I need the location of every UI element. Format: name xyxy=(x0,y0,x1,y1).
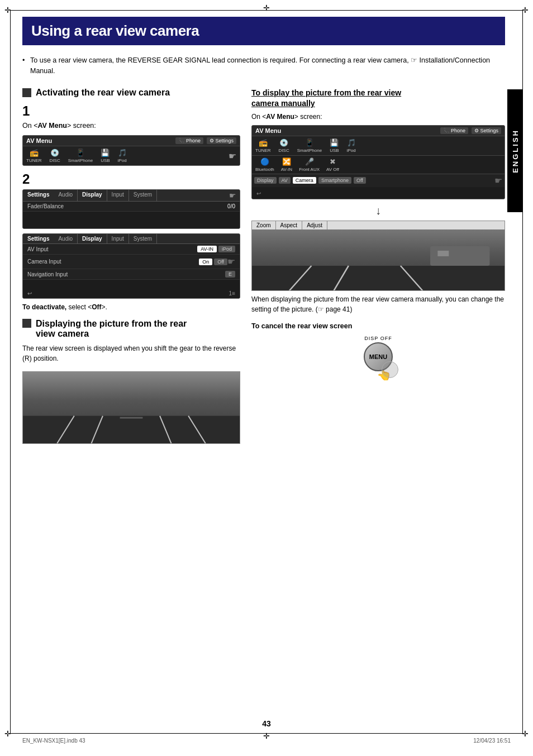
smartphone-mode-btn[interactable]: Smartphone xyxy=(318,177,351,184)
settings-tab-audio: Audio xyxy=(54,190,78,201)
deactivate-note: To deactivate, select <Off>. xyxy=(22,303,240,311)
settings-title-2: Settings xyxy=(23,234,54,243)
av-screen-row2-right: 🔵 Bluetooth 🔀 AV-IN 🎤 Front AUX ✖ AV Off xyxy=(252,155,505,174)
menu-button-wrap: DISP OFF MENU 👆 xyxy=(251,336,505,381)
phone-btn-1: 📞 Phone xyxy=(175,137,203,144)
right-column: To display the picture from the rear vie… xyxy=(251,88,505,444)
av-in-btn[interactable]: AV-IN xyxy=(197,246,217,252)
main-content: Using a rear view camera To use a rear v… xyxy=(22,17,505,444)
displaying-section-heading: Displaying the picture from the rearview… xyxy=(22,319,240,339)
av-r-av-in: 🔀 AV-IN xyxy=(281,157,292,172)
settings-tab2-audio: Audio xyxy=(54,234,78,243)
aspect-btn[interactable]: Aspect xyxy=(276,221,303,229)
reg-mark-left-bottom: ✛ xyxy=(3,729,12,738)
english-tab: ENGLISH xyxy=(507,89,523,212)
settings-footer-2: ↩ 1≡ xyxy=(23,289,240,298)
on-av-menu-right: On <AV Menu> screen: xyxy=(251,113,505,121)
fader-balance-row: Fader/Balance 0/0 xyxy=(23,202,240,212)
touch-finger-icon: ☛ xyxy=(227,256,235,267)
settings-tab2-display: Display xyxy=(78,234,107,243)
av-r-front-aux: 🎤 Front AUX xyxy=(299,157,320,172)
av-screen-icons-right: 📻 TUNER 💿 DISC 📱 SmartPhone 💾 USB xyxy=(252,136,505,155)
av-menu-screen-1: AV Menu 📞 Phone ⚙ Settings 📻 TUNER 💿 DIS… xyxy=(22,135,240,166)
display-mode-row: Display AV Camera Smartphone Off ☛ xyxy=(252,174,505,187)
av-screen-controls-right: 📞 Phone ⚙ Settings xyxy=(440,127,501,134)
settings-title-1: Settings xyxy=(23,190,54,201)
navigation-input-label: Navigation Input xyxy=(27,271,223,277)
footer-file-info: EN_KW-NSX1[E].indb 43 xyxy=(22,738,85,744)
footer-date-info: 12/04/23 16:51 xyxy=(473,738,511,744)
display-manually-heading: To display the picture from the rear vie… xyxy=(251,88,505,109)
camera-input-row: Camera Input On Off ☛ xyxy=(23,255,240,269)
section-box-displaying xyxy=(22,319,31,328)
back-btn-right[interactable]: ↩ xyxy=(256,190,261,197)
settings-screen-1: Settings Audio Display Input System ☛ Fa… xyxy=(22,189,240,229)
settings-tab2-input: Input xyxy=(107,234,129,243)
av-r-ipod: 🎵 iPod xyxy=(347,138,356,153)
two-column-layout: Activating the rear view camera 1 On <AV… xyxy=(22,88,505,444)
av-menu-title-1: AV Menu xyxy=(26,137,52,144)
page-indicator: 1≡ xyxy=(229,290,235,296)
page-title: Using a rear view camera xyxy=(22,17,505,45)
zoom-bar: Zoom Aspect Adjust xyxy=(251,221,505,229)
activating-heading-text: Activating the rear view camera xyxy=(36,88,170,98)
av-r-tuner: 📻 TUNER xyxy=(255,138,271,153)
displaying-heading-text: Displaying the picture from the rearview… xyxy=(36,319,187,339)
left-column: Activating the rear view camera 1 On <AV… xyxy=(22,88,240,444)
av-input-row: AV Input AV-IN iPod xyxy=(23,244,240,255)
arrow-down-right: ↓ xyxy=(251,205,505,216)
camera-on-btn[interactable]: On xyxy=(199,259,212,265)
av-screen-controls-1: 📞 Phone ⚙ Settings xyxy=(175,137,236,144)
navigation-input-row: Navigation Input E xyxy=(23,269,240,280)
av-r-disc: 💿 DISC xyxy=(279,138,289,153)
activating-section-heading: Activating the rear view camera xyxy=(22,88,240,98)
av-r-usb: 💾 USB xyxy=(330,138,339,153)
settings-btn-1: ⚙ Settings xyxy=(207,137,236,144)
av-r-av-off: ✖ AV Off xyxy=(326,157,339,172)
reg-mark-top: ✛ xyxy=(262,3,271,12)
svg-rect-6 xyxy=(120,417,143,419)
rear-camera-image-right xyxy=(251,229,505,291)
av-menu-screen-right: AV Menu 📞 Phone ⚙ Settings 📻 TUNER 💿 DIS… xyxy=(251,125,505,199)
fader-balance-label: Fader/Balance xyxy=(27,203,227,209)
adjust-btn[interactable]: Adjust xyxy=(302,221,327,229)
fader-balance-value: 0/0 xyxy=(227,203,235,209)
menu-circle-button[interactable]: MENU xyxy=(364,342,393,371)
settings-screen-2: Settings Audio Display Input System AV I… xyxy=(22,233,240,299)
av-screen-icons-1: 📻 TUNER 💿 DISC 📱 SmartPhone 💾 USB xyxy=(23,146,240,165)
av-r-smartphone: 📱 SmartPhone xyxy=(297,138,322,153)
display-manually-desc: When displaying the picture from the rea… xyxy=(251,294,505,314)
footer: EN_KW-NSX1[E].indb 43 12/04/23 16:51 xyxy=(22,738,511,744)
ipod-btn[interactable]: iPod xyxy=(218,246,235,252)
section-box-icon xyxy=(22,88,31,97)
step1-label: 1 xyxy=(22,103,240,119)
svg-rect-1 xyxy=(23,416,240,443)
settings-tab-system: System xyxy=(129,190,157,201)
zoom-btn[interactable]: Zoom xyxy=(252,221,276,229)
rear-camera-image-left xyxy=(22,371,240,444)
settings-btn-right: ⚙ Settings xyxy=(472,127,501,134)
settings-back-btn[interactable]: ↩ xyxy=(27,290,32,296)
step2-label: 2 xyxy=(22,171,240,187)
camera-mode-btn[interactable]: Camera xyxy=(293,177,316,184)
cancel-heading: To cancel the rear view screen xyxy=(251,322,505,330)
settings-tab-display: Display xyxy=(78,190,107,201)
av-input-label: AV Input xyxy=(27,246,196,252)
disp-off-label: DISP OFF xyxy=(364,336,392,341)
step1-text: On <AV Menu> screen: xyxy=(22,121,240,131)
touch-indicator-settings1: ☛ xyxy=(226,190,240,201)
av-r-bluetooth: 🔵 Bluetooth xyxy=(255,157,274,172)
settings-tab-input: Input xyxy=(107,190,129,201)
av-menu-title-right: AV Menu xyxy=(255,127,281,134)
page-border-bottom xyxy=(10,733,523,734)
rear-view-desc: The rear view screen is displayed when y… xyxy=(22,343,240,363)
av-mode-btn[interactable]: AV xyxy=(279,177,291,184)
av-icon-smartphone: 📱 SmartPhone xyxy=(68,149,93,163)
display-mode-btn[interactable]: Display xyxy=(254,177,277,184)
nav-input-e-btn[interactable]: E xyxy=(225,271,235,277)
touch-finger-right: ☛ xyxy=(494,175,502,186)
off-mode-btn[interactable]: Off xyxy=(354,177,366,184)
av-icon-usb: 💾 USB xyxy=(101,149,110,163)
menu-label: MENU xyxy=(369,353,387,360)
camera-off-btn[interactable]: Off xyxy=(214,259,227,265)
